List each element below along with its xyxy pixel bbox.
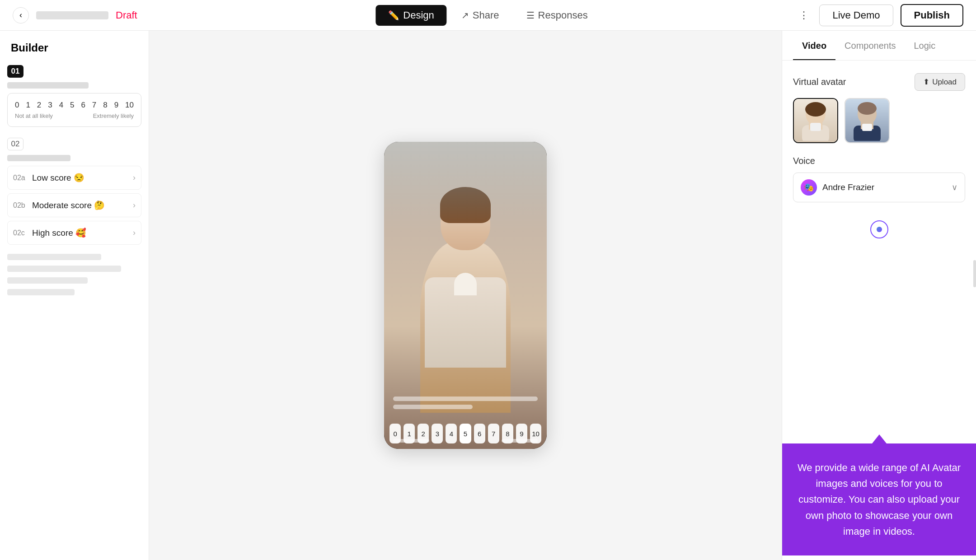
more-options-button[interactable]: ⋮ [796, 7, 812, 23]
svg-rect-4 [810, 123, 821, 131]
design-icon: ✏️ [388, 10, 399, 21]
voice-dropdown[interactable]: 🎭 Andre Frazier ∨ [793, 173, 965, 202]
scale-7: 7 [92, 101, 96, 110]
scale-numbers: 0 1 2 3 4 5 6 7 8 9 10 [15, 101, 134, 110]
project-title-placeholder [36, 11, 108, 19]
avatar-male-bg [845, 99, 889, 142]
upload-icon: ⬆ [923, 77, 929, 87]
item-02-number: 02 [7, 138, 23, 150]
sub-item-02c[interactable]: 02c High score 🥰 › [7, 221, 141, 245]
tab-share[interactable]: ↗ Share [449, 5, 512, 26]
voice-section: Voice 🎭 Andre Frazier ∨ [793, 156, 965, 202]
voice-avatar-icon: 🎭 [801, 179, 817, 196]
avatar-female-bg [794, 99, 837, 142]
scale-3: 3 [48, 101, 52, 110]
more-icon: ⋮ [799, 9, 809, 21]
avatar-thumb-female[interactable] [793, 98, 838, 143]
scale-10: 10 [125, 101, 134, 110]
scale-labels: Not at all likely Extremely likely [15, 112, 134, 119]
back-icon: ‹ [19, 10, 22, 20]
scale-4: 4 [59, 101, 63, 110]
skeleton-list [7, 254, 141, 295]
scroll-indicator[interactable] [973, 260, 976, 287]
sub-item-02a[interactable]: 02a Low score 😒 › [7, 166, 141, 190]
scale-8: 8 [103, 101, 107, 110]
female-avatar-svg [798, 100, 834, 141]
skeleton-line-3 [7, 277, 88, 284]
builder-item-01: 01 0 1 2 3 4 5 6 7 8 9 10 Not at all li [7, 65, 141, 127]
scale-card: 0 1 2 3 4 5 6 7 8 9 10 Not at all likely… [7, 93, 141, 127]
overlay-bar-2 [393, 405, 473, 409]
sub-item-02b[interactable]: 02b Moderate score 🤔 › [7, 193, 141, 217]
waveform-circle [870, 220, 888, 238]
item-02-title-bar [7, 155, 70, 161]
skeleton-line-4 [7, 289, 75, 295]
voice-emoji: 🎭 [804, 182, 814, 192]
chevron-right-icon-3: › [133, 228, 136, 238]
tooltip-text: We provide a wide range of AI Avatar ima… [798, 462, 961, 537]
male-avatar-svg [849, 100, 885, 141]
scale-1: 1 [26, 101, 30, 110]
center-preview: 0 1 2 3 4 5 6 7 8 9 10 [149, 31, 782, 560]
nav-center-tabs: ✏️ Design ↗ Share ☰ Responses [375, 5, 600, 26]
upload-label: Upload [932, 78, 957, 87]
phone-bottom-pill-right [502, 439, 538, 443]
sub-item-02b-num: 02b [13, 201, 27, 210]
item-01-number: 01 [7, 65, 23, 78]
chevron-right-icon: › [133, 173, 136, 182]
nav-left: ‹ Draft [13, 7, 137, 23]
sidebar-title: Builder [7, 42, 141, 54]
right-panel-tabs: Video Components Logic [782, 31, 976, 61]
tab-video-label: Video [802, 41, 826, 51]
svg-point-6 [858, 102, 877, 115]
scale-2: 2 [37, 101, 41, 110]
publish-button[interactable]: Publish [901, 4, 963, 27]
tab-share-label: Share [473, 9, 499, 21]
virtual-avatar-title: Virtual avatar [793, 77, 846, 87]
nav-right: ⋮ Live Demo Publish [796, 4, 963, 27]
tab-logic-label: Logic [914, 41, 936, 51]
tab-video[interactable]: Video [793, 31, 835, 60]
upload-avatar-button[interactable]: ⬆ Upload [915, 73, 965, 91]
main-layout: Builder 01 0 1 2 3 4 5 6 7 8 9 10 [0, 31, 976, 560]
tab-responses[interactable]: ☰ Responses [514, 5, 601, 26]
scale-0: 0 [15, 101, 19, 110]
overlay-bar-1 [393, 397, 538, 401]
right-panel-content: Virtual avatar ⬆ Upload [782, 61, 976, 560]
avatar-thumb-male[interactable] [845, 98, 890, 143]
avatar-section-header: Virtual avatar ⬆ Upload [793, 73, 965, 91]
tab-responses-label: Responses [538, 9, 588, 21]
builder-item-02: 02 02a Low score 😒 › 02b Moderate score … [7, 138, 141, 245]
tab-logic[interactable]: Logic [905, 31, 945, 60]
responses-icon: ☰ [526, 10, 535, 21]
tab-design[interactable]: ✏️ Design [375, 5, 446, 26]
skeleton-line-2 [7, 266, 121, 272]
virtual-avatar-section: Virtual avatar ⬆ Upload [793, 73, 965, 143]
chevron-right-icon-2: › [133, 201, 136, 210]
tooltip-arrow [872, 434, 887, 443]
builder-sidebar: Builder 01 0 1 2 3 4 5 6 7 8 9 10 [0, 31, 149, 560]
voice-chevron-icon: ∨ [952, 182, 957, 192]
sub-item-02a-num: 02a [13, 174, 27, 182]
skeleton-line-1 [7, 254, 101, 260]
phone-frame: 0 1 2 3 4 5 6 7 8 9 10 [384, 142, 547, 449]
scale-label-low: Not at all likely [15, 112, 53, 119]
scale-5: 5 [70, 101, 74, 110]
voice-title: Voice [793, 156, 965, 166]
tab-components[interactable]: Components [835, 31, 905, 60]
scale-6: 6 [81, 101, 85, 110]
live-demo-button[interactable]: Live Demo [819, 5, 893, 26]
phone-bottom-bar [393, 439, 538, 443]
back-button[interactable]: ‹ [13, 7, 29, 23]
audio-waveform [793, 213, 965, 246]
sub-item-02c-label: High score 🥰 [32, 228, 133, 238]
phone-video-background: 0 1 2 3 4 5 6 7 8 9 10 [384, 142, 547, 449]
tab-components-label: Components [845, 41, 896, 51]
tab-design-label: Design [403, 9, 434, 21]
item-01-title-bar [7, 82, 89, 89]
phone-overlay-bars [384, 397, 547, 413]
sub-item-02a-label: Low score 😒 [32, 173, 133, 183]
top-navigation: ‹ Draft ✏️ Design ↗ Share ☰ Responses ⋮ … [0, 0, 976, 31]
sub-item-02c-num: 02c [13, 229, 27, 237]
tooltip-bubble: We provide a wide range of AI Avatar ima… [782, 443, 976, 555]
